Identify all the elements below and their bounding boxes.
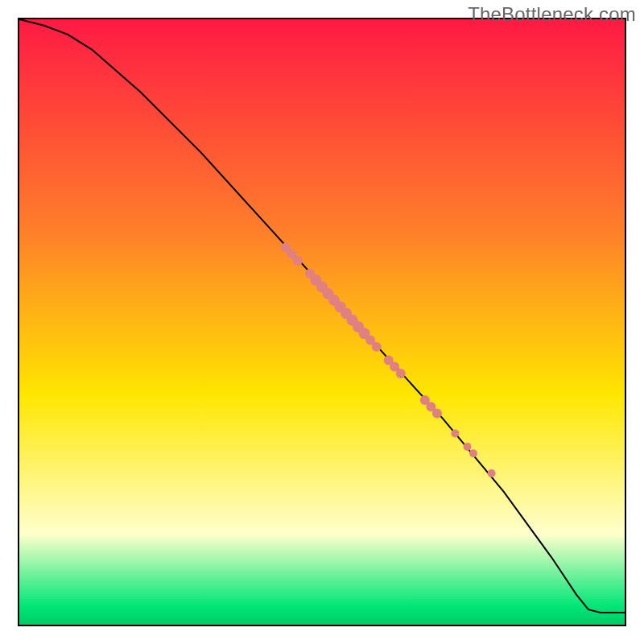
chart-svg [19, 19, 625, 625]
marker-point [396, 369, 406, 378]
marker-point [372, 342, 382, 352]
watermark-text: TheBottleneck.com [468, 3, 636, 26]
plot-area [18, 18, 626, 626]
marker-point [293, 256, 303, 266]
marker-point [469, 449, 477, 457]
chart-canvas: TheBottleneck.com [0, 0, 644, 644]
marker-point [464, 443, 472, 451]
marker-point [451, 429, 459, 437]
marker-point [432, 409, 442, 419]
marker-point [488, 469, 496, 477]
